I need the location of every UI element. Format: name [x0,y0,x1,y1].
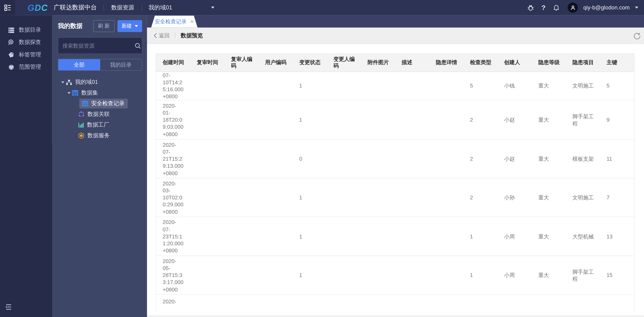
table-header-cell: 创建人 [498,54,532,72]
panel-title: 我的数据 [58,22,93,30]
table-cell [190,72,224,100]
refresh-data-button[interactable] [633,32,641,39]
table-header-cell: 复审时间 [190,54,224,72]
table-cell: 小钱 [498,72,532,100]
table-cell [361,256,395,295]
table-cell: 2020- 05- 28T15:3 3:17.000 +0800 [156,256,190,295]
sidebar-item-scope-manage[interactable]: 范围管理 [0,61,52,73]
table-cell [327,100,361,140]
tab-close-icon[interactable]: ✕ [190,19,194,25]
table-cell [224,100,258,140]
refresh-button[interactable]: 刷 新 [93,20,114,32]
table-cell: 小赵 [498,140,532,178]
expand-caret-icon[interactable] [61,81,64,83]
table-cell: 2020- [156,295,190,313]
sidebar-collapse-button[interactable] [6,304,12,311]
table-header-cell: 附件图片 [361,54,395,72]
user-avatar[interactable] [568,3,578,13]
tree-node-data-relation[interactable]: 数据关联 [58,109,142,120]
table-cell [190,217,224,256]
table-cell: 5 [464,72,498,100]
sidebar-item-label: 范围管理 [19,63,41,71]
chevron-down-icon [135,25,138,27]
table-header-cell: 复审人编 码 [224,54,258,72]
back-button[interactable]: 返回 [154,32,170,39]
tab-safety-check-record[interactable]: 安全检查记录 ✕ [151,16,198,28]
my-data-panel: 我的数据 刷 新 新建 全部 我的目录 [52,15,147,317]
table-cell [258,100,292,140]
tree-node-domain[interactable]: 我的域01 [58,77,142,88]
table-cell: 重大 [532,256,566,295]
table-cell [190,256,224,295]
table-cell [258,256,292,295]
table-row: 2020- [156,295,634,313]
table-cell [361,295,395,313]
table-cell [224,72,258,100]
table-cell: 2020- 07- 21T15:2 9:13.000 +0800 [156,140,190,178]
search-icon[interactable] [135,43,141,49]
toolbar-title: 数据预览 [181,32,203,39]
domain-select[interactable]: 我的域01 [148,4,214,11]
expand-caret-icon[interactable] [67,92,70,94]
table-cell [395,256,429,295]
tree-node-dataset-group[interactable]: 数据集 [58,88,142,98]
data-relation-icon [78,111,84,118]
table-header-cell: 隐患项目 [566,54,600,72]
preview-toolbar: 返回 数据预览 [147,28,644,44]
search-box [58,37,142,54]
table-cell [429,295,464,313]
app-menu-button[interactable] [0,0,15,15]
user-menu-chevron-icon[interactable] [635,7,638,9]
table-cell: 1 [293,217,327,256]
app-window: GDC 广联达数据中台 数据资源 我的域01 ? [0,0,644,317]
table-header-cell: 描述 [395,54,429,72]
person-icon [570,5,576,11]
data-preview-content[interactable]: 创建时间复审时间复审人编 码用户编码变更状态变更人编 码附件图片描述隐患详情检查… [147,44,644,317]
table-cell: 小周 [498,256,532,295]
horizontal-scrollbar[interactable] [147,315,644,317]
scope-icon [8,64,15,71]
table-cell: 重大 [532,178,566,217]
selected-tree-node[interactable]: 安全检查记录 [79,99,128,109]
user-email[interactable]: qiy-b@glodon.com [583,5,630,11]
tab-all[interactable]: 全部 [58,59,100,70]
tree-node-data-factory[interactable]: 数据工厂 [58,120,142,130]
table-cell: 重大 [532,140,566,178]
table-cell [361,178,395,217]
topbar-divider [104,4,104,11]
tree-node-data-service[interactable]: 数据服务 [58,130,142,141]
gdc-logo: GDC [28,3,48,13]
table-cell [190,178,224,217]
table-row: 2020- 01- 18T20:0 9:03.000 +080012小赵重大脚手… [156,100,634,140]
search-input[interactable] [62,43,135,49]
table-cell: 9 [600,100,634,140]
resource-tree: 我的域01 数据集 [58,77,142,141]
help-icon[interactable]: ? [540,4,547,11]
table-cell [429,140,464,178]
table-cell: 2 [464,178,498,217]
table-cell: 2020- 01- 18T20:0 9:03.000 +0800 [156,100,190,140]
table-cell [224,140,258,178]
chevron-down-icon [211,7,214,9]
sidebar-item-data-explore[interactable]: 数据探查 [0,36,52,49]
new-button[interactable]: 新建 [118,20,142,32]
sidebar-item-data-catalog[interactable]: 数据目录 [0,24,52,36]
tab-strip: 安全检查记录 ✕ [147,15,644,28]
debug-bug-icon[interactable] [527,4,534,11]
nav-data-resource[interactable]: 数据资源 [111,4,134,11]
sidebar-item-tag-manage[interactable]: 标签管理 [0,49,52,61]
table-cell [224,295,258,313]
tab-my-catalog[interactable]: 我的目录 [100,59,142,70]
dataset-table-icon [82,101,88,106]
dataset-table-icon [72,90,78,96]
data-service-icon [78,132,84,139]
tree-node-dataset-selected[interactable]: 安全检查记录 [58,98,142,109]
notification-bell-icon[interactable] [552,4,560,11]
table-cell: 13 [600,217,634,256]
table-cell: 1 [293,178,327,217]
table-cell [190,140,224,178]
table-cell [429,178,464,217]
table-cell: 脚手架工 程 [566,100,600,140]
table-header-cell: 隐患详情 [429,54,464,72]
table-header-cell: 检查类型 [464,54,498,72]
